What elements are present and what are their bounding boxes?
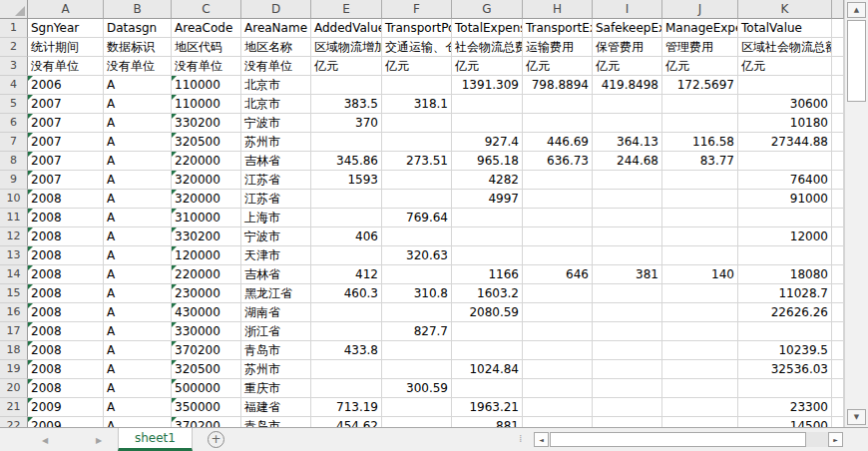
- cell-K10[interactable]: 91000: [738, 190, 832, 209]
- cell-B9[interactable]: A: [104, 171, 172, 190]
- row-header-3[interactable]: 3: [0, 57, 28, 76]
- cell-K12[interactable]: 12000: [738, 227, 832, 246]
- cell-E17[interactable]: [311, 322, 382, 341]
- cell-G5[interactable]: [452, 95, 523, 114]
- cell-J13[interactable]: [662, 246, 738, 265]
- cell-H12[interactable]: [523, 227, 593, 246]
- row-header-10[interactable]: 10: [0, 190, 28, 209]
- cell-I5[interactable]: [593, 95, 662, 114]
- cell-D9[interactable]: 江苏省: [241, 171, 311, 190]
- cell-E13[interactable]: [311, 246, 382, 265]
- cell-partial-8[interactable]: [832, 152, 844, 171]
- cell-B7[interactable]: A: [104, 133, 172, 152]
- cell-K22[interactable]: 14500: [738, 417, 832, 427]
- cell-H16[interactable]: [523, 303, 593, 322]
- scroll-right-button[interactable]: ►: [828, 432, 843, 447]
- cell-D17[interactable]: 浙江省: [241, 322, 311, 341]
- cell-C18[interactable]: 370200: [172, 341, 241, 360]
- cell-K14[interactable]: 18080: [738, 265, 832, 284]
- cell-D22[interactable]: 青岛市: [241, 417, 311, 427]
- add-sheet-button[interactable]: +: [208, 431, 224, 448]
- cell-C2[interactable]: 地区代码: [172, 38, 241, 57]
- row-header-17[interactable]: 17: [0, 322, 28, 341]
- cell-D13[interactable]: 天津市: [241, 246, 311, 265]
- cell-H9[interactable]: [523, 171, 593, 190]
- cell-I2[interactable]: 保管费用: [593, 38, 662, 57]
- cell-partial-17[interactable]: [832, 322, 844, 341]
- cell-C5[interactable]: 110000: [172, 95, 241, 114]
- row-header-20[interactable]: 20: [0, 379, 28, 398]
- cell-F11[interactable]: 769.64: [382, 209, 452, 227]
- cell-K7[interactable]: 27344.88: [738, 133, 832, 152]
- cell-A4[interactable]: 2006: [28, 76, 104, 95]
- cell-G19[interactable]: 1024.84: [452, 360, 523, 379]
- cell-G2[interactable]: 社会物流总费用: [452, 38, 523, 57]
- cell-I18[interactable]: [593, 341, 662, 360]
- row-header-5[interactable]: 5: [0, 95, 28, 114]
- cell-F10[interactable]: [382, 190, 452, 209]
- cell-F5[interactable]: 318.1: [382, 95, 452, 114]
- cell-H11[interactable]: [523, 209, 593, 227]
- cell-H22[interactable]: [523, 417, 593, 427]
- cell-E5[interactable]: 383.5: [311, 95, 382, 114]
- cell-J4[interactable]: 172.5697: [662, 76, 738, 95]
- cell-F14[interactable]: [382, 265, 452, 284]
- scroll-left-button[interactable]: ◄: [534, 432, 549, 447]
- cell-K3[interactable]: 亿元: [738, 57, 832, 76]
- cell-A21[interactable]: 2009: [28, 398, 104, 417]
- cell-E8[interactable]: 345.86: [311, 152, 382, 171]
- cell-G7[interactable]: 927.4: [452, 133, 523, 152]
- cell-B16[interactable]: A: [104, 303, 172, 322]
- cell-I1[interactable]: SafekeepExpenses: [593, 19, 662, 38]
- cell-J6[interactable]: [662, 114, 738, 133]
- cell-B6[interactable]: A: [104, 114, 172, 133]
- cell-J9[interactable]: [662, 171, 738, 190]
- row-header-14[interactable]: 14: [0, 265, 28, 284]
- cell-F6[interactable]: [382, 114, 452, 133]
- cell-F21[interactable]: [382, 398, 452, 417]
- cell-G10[interactable]: 4997: [452, 190, 523, 209]
- cell-G11[interactable]: [452, 209, 523, 227]
- cell-F19[interactable]: [382, 360, 452, 379]
- cell-A7[interactable]: 2007: [28, 133, 104, 152]
- column-header-E[interactable]: E: [311, 0, 382, 19]
- cell-D2[interactable]: 地区名称: [241, 38, 311, 57]
- cell-A18[interactable]: 2008: [28, 341, 104, 360]
- cell-K20[interactable]: [738, 379, 832, 398]
- cell-D15[interactable]: 黑龙江省: [241, 284, 311, 303]
- cell-C19[interactable]: 320500: [172, 360, 241, 379]
- cell-C21[interactable]: 350000: [172, 398, 241, 417]
- cell-A10[interactable]: 2008: [28, 190, 104, 209]
- cell-C8[interactable]: 220000: [172, 152, 241, 171]
- cell-B21[interactable]: A: [104, 398, 172, 417]
- cell-B11[interactable]: A: [104, 209, 172, 227]
- cell-H19[interactable]: [523, 360, 593, 379]
- cell-C3[interactable]: 没有单位: [172, 57, 241, 76]
- column-header-H[interactable]: H: [523, 0, 593, 19]
- cell-H5[interactable]: [523, 95, 593, 114]
- cell-B22[interactable]: A: [104, 417, 172, 427]
- cell-A13[interactable]: 2008: [28, 246, 104, 265]
- cell-C13[interactable]: 120000: [172, 246, 241, 265]
- cell-C15[interactable]: 230000: [172, 284, 241, 303]
- cell-I21[interactable]: [593, 398, 662, 417]
- cell-I6[interactable]: [593, 114, 662, 133]
- cell-E11[interactable]: [311, 209, 382, 227]
- cell-F13[interactable]: 320.63: [382, 246, 452, 265]
- cell-J5[interactable]: [662, 95, 738, 114]
- column-header-A[interactable]: A: [28, 0, 104, 19]
- cell-G1[interactable]: TotalExpenses: [452, 19, 523, 38]
- cell-D10[interactable]: 江苏省: [241, 190, 311, 209]
- cell-J15[interactable]: [662, 284, 738, 303]
- cell-J2[interactable]: 管理费用: [662, 38, 738, 57]
- cell-D7[interactable]: 苏州市: [241, 133, 311, 152]
- cell-A17[interactable]: 2008: [28, 322, 104, 341]
- cell-H20[interactable]: [523, 379, 593, 398]
- cell-J1[interactable]: ManageExpenses: [662, 19, 738, 38]
- cell-B15[interactable]: A: [104, 284, 172, 303]
- cell-E15[interactable]: 460.3: [311, 284, 382, 303]
- cell-A2[interactable]: 统计期间: [28, 38, 104, 57]
- cell-B19[interactable]: A: [104, 360, 172, 379]
- cell-E6[interactable]: 370: [311, 114, 382, 133]
- cell-G22[interactable]: 881: [452, 417, 523, 427]
